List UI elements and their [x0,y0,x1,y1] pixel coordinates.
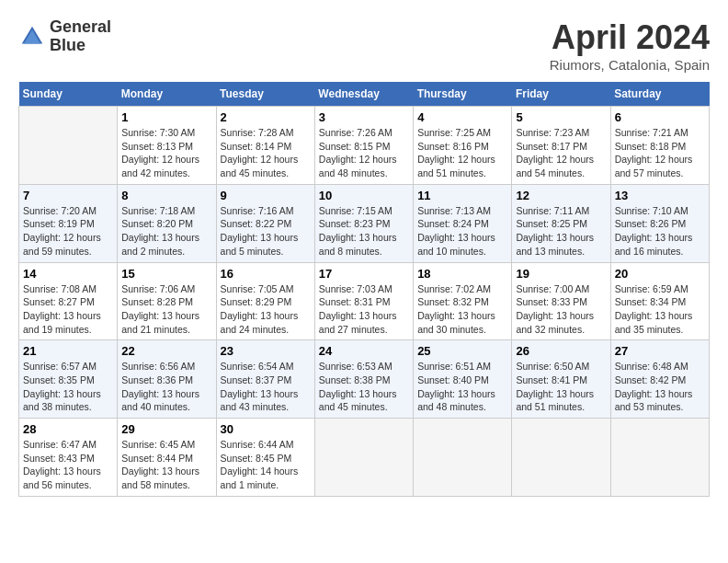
day-info: Sunrise: 7:21 AMSunset: 8:18 PMDaylight:… [615,126,705,180]
day-info: Sunrise: 7:16 AMSunset: 8:22 PMDaylight:… [221,204,311,259]
day-number: 16 [221,267,311,281]
day-info: Sunrise: 7:02 AMSunset: 8:32 PMDaylight:… [417,282,507,337]
title-block: April 2024 Riumors, Catalonia, Spain [550,18,710,73]
page-header: General Blue April 2024 Riumors, Catalon… [18,18,710,73]
calendar-cell: 18Sunrise: 7:02 AMSunset: 8:32 PMDayligh… [414,262,512,340]
day-number: 6 [615,110,705,124]
logo-icon [18,23,46,51]
calendar-cell [314,419,413,497]
day-info: Sunrise: 6:59 AMSunset: 8:34 PMDaylight:… [615,282,705,337]
day-info: Sunrise: 6:50 AMSunset: 8:41 PMDaylight:… [516,360,606,414]
day-number: 4 [417,110,507,124]
day-number: 27 [615,344,705,358]
calendar-cell: 7Sunrise: 7:20 AMSunset: 8:19 PMDaylight… [19,184,118,262]
calendar-cell: 15Sunrise: 7:06 AMSunset: 8:28 PMDayligh… [118,262,216,340]
day-info: Sunrise: 7:18 AMSunset: 8:20 PMDaylight:… [121,204,211,259]
day-number: 14 [23,267,113,281]
calendar-week-row: 1Sunrise: 7:30 AMSunset: 8:13 PMDaylight… [19,107,710,185]
day-info: Sunrise: 7:11 AMSunset: 8:25 PMDaylight:… [516,204,606,259]
day-number: 24 [319,344,409,358]
calendar-cell: 27Sunrise: 6:48 AMSunset: 8:42 PMDayligh… [610,340,709,419]
calendar-cell: 28Sunrise: 6:47 AMSunset: 8:43 PMDayligh… [19,419,118,497]
day-info: Sunrise: 6:56 AMSunset: 8:36 PMDaylight:… [121,360,211,414]
day-info: Sunrise: 7:08 AMSunset: 8:27 PMDaylight:… [23,282,113,337]
day-info: Sunrise: 7:13 AMSunset: 8:24 PMDaylight:… [417,204,507,259]
day-info: Sunrise: 6:54 AMSunset: 8:37 PMDaylight:… [221,360,311,414]
location-subtitle: Riumors, Catalonia, Spain [550,57,710,73]
calendar-cell: 2Sunrise: 7:28 AMSunset: 8:14 PMDaylight… [216,107,314,185]
weekday-header: Wednesday [314,82,413,107]
day-info: Sunrise: 7:28 AMSunset: 8:14 PMDaylight:… [221,126,311,180]
day-info: Sunrise: 6:48 AMSunset: 8:42 PMDaylight:… [615,360,705,414]
day-number: 23 [221,344,311,358]
day-info: Sunrise: 6:47 AMSunset: 8:43 PMDaylight:… [23,438,113,492]
calendar-week-row: 14Sunrise: 7:08 AMSunset: 8:27 PMDayligh… [19,262,710,340]
calendar-cell: 8Sunrise: 7:18 AMSunset: 8:20 PMDaylight… [118,184,216,262]
day-number: 26 [516,344,606,358]
day-info: Sunrise: 7:30 AMSunset: 8:13 PMDaylight:… [121,126,211,180]
weekday-header: Tuesday [216,82,314,107]
day-number: 2 [221,110,311,124]
day-number: 1 [121,110,211,124]
calendar-cell: 11Sunrise: 7:13 AMSunset: 8:24 PMDayligh… [414,184,512,262]
day-info: Sunrise: 6:45 AMSunset: 8:44 PMDaylight:… [121,438,211,492]
calendar-cell: 1Sunrise: 7:30 AMSunset: 8:13 PMDaylight… [118,107,216,185]
calendar-cell: 9Sunrise: 7:16 AMSunset: 8:22 PMDaylight… [216,184,314,262]
day-info: Sunrise: 6:57 AMSunset: 8:35 PMDaylight:… [23,360,113,414]
day-number: 25 [417,344,507,358]
day-number: 30 [221,422,311,436]
weekday-header: Sunday [19,82,118,107]
day-number: 21 [23,344,113,358]
day-number: 20 [615,267,705,281]
day-number: 9 [221,189,311,202]
calendar-cell: 23Sunrise: 6:54 AMSunset: 8:37 PMDayligh… [216,340,314,419]
day-number: 19 [516,267,606,281]
day-info: Sunrise: 7:25 AMSunset: 8:16 PMDaylight:… [417,126,507,180]
logo: General Blue [18,18,111,55]
day-number: 12 [516,189,606,202]
day-info: Sunrise: 7:26 AMSunset: 8:15 PMDaylight:… [319,126,409,180]
calendar-cell [512,419,610,497]
month-title: April 2024 [550,18,710,57]
day-number: 29 [121,422,211,436]
day-info: Sunrise: 7:10 AMSunset: 8:26 PMDaylight:… [615,204,705,259]
day-info: Sunrise: 7:06 AMSunset: 8:28 PMDaylight:… [121,282,211,337]
weekday-header-row: SundayMondayTuesdayWednesdayThursdayFrid… [19,82,710,107]
day-number: 8 [121,189,211,202]
calendar-week-row: 28Sunrise: 6:47 AMSunset: 8:43 PMDayligh… [19,419,710,497]
day-number: 18 [417,267,507,281]
calendar-cell: 4Sunrise: 7:25 AMSunset: 8:16 PMDaylight… [414,107,512,185]
weekday-header: Monday [118,82,216,107]
calendar-cell: 19Sunrise: 7:00 AMSunset: 8:33 PMDayligh… [512,262,610,340]
calendar-cell: 24Sunrise: 6:53 AMSunset: 8:38 PMDayligh… [314,340,413,419]
day-number: 22 [121,344,211,358]
weekday-header: Thursday [414,82,512,107]
calendar-cell: 26Sunrise: 6:50 AMSunset: 8:41 PMDayligh… [512,340,610,419]
day-info: Sunrise: 6:51 AMSunset: 8:40 PMDaylight:… [417,360,507,414]
logo-text: General Blue [50,18,111,55]
day-number: 5 [516,110,606,124]
calendar-cell: 16Sunrise: 7:05 AMSunset: 8:29 PMDayligh… [216,262,314,340]
calendar-week-row: 7Sunrise: 7:20 AMSunset: 8:19 PMDaylight… [19,184,710,262]
weekday-header: Saturday [610,82,709,107]
calendar-cell: 25Sunrise: 6:51 AMSunset: 8:40 PMDayligh… [414,340,512,419]
calendar-cell: 10Sunrise: 7:15 AMSunset: 8:23 PMDayligh… [314,184,413,262]
day-info: Sunrise: 7:05 AMSunset: 8:29 PMDaylight:… [221,282,311,337]
day-info: Sunrise: 7:20 AMSunset: 8:19 PMDaylight:… [23,204,113,259]
day-info: Sunrise: 6:53 AMSunset: 8:38 PMDaylight:… [319,360,409,414]
calendar-cell: 12Sunrise: 7:11 AMSunset: 8:25 PMDayligh… [512,184,610,262]
calendar-cell: 13Sunrise: 7:10 AMSunset: 8:26 PMDayligh… [610,184,709,262]
day-info: Sunrise: 7:15 AMSunset: 8:23 PMDaylight:… [319,204,409,259]
day-number: 17 [319,267,409,281]
calendar-cell: 6Sunrise: 7:21 AMSunset: 8:18 PMDaylight… [610,107,709,185]
calendar-cell: 22Sunrise: 6:56 AMSunset: 8:36 PMDayligh… [118,340,216,419]
day-number: 28 [23,422,113,436]
calendar-cell: 21Sunrise: 6:57 AMSunset: 8:35 PMDayligh… [19,340,118,419]
calendar-table: SundayMondayTuesdayWednesdayThursdayFrid… [18,82,710,497]
day-info: Sunrise: 7:23 AMSunset: 8:17 PMDaylight:… [516,126,606,180]
weekday-header: Friday [512,82,610,107]
calendar-cell: 17Sunrise: 7:03 AMSunset: 8:31 PMDayligh… [314,262,413,340]
day-info: Sunrise: 7:00 AMSunset: 8:33 PMDaylight:… [516,282,606,337]
day-info: Sunrise: 6:44 AMSunset: 8:45 PMDaylight:… [221,438,311,492]
day-number: 13 [615,189,705,202]
